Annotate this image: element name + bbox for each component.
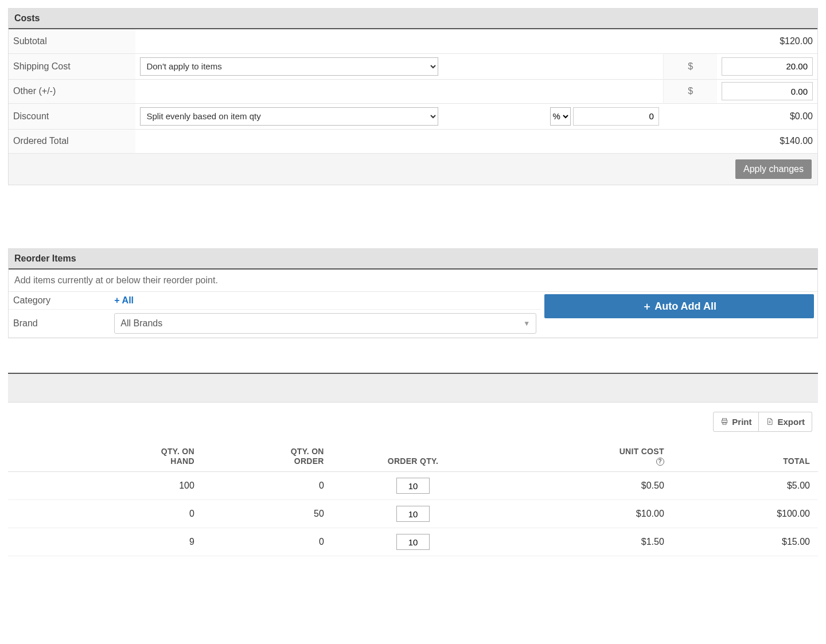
other-label: Other (+/-) — [9, 79, 135, 103]
order-qty-input[interactable] — [396, 534, 430, 550]
reorder-header: Reorder Items — [9, 249, 817, 270]
qty-on-hand: 100 — [8, 472, 202, 500]
other-currency: $ — [664, 79, 717, 103]
shipping-amount-input[interactable] — [722, 57, 813, 76]
discount-value: $0.00 — [664, 103, 817, 129]
export-button[interactable]: Export — [759, 412, 812, 432]
discount-unit-select[interactable]: % — [550, 107, 571, 126]
order-qty-input[interactable] — [396, 478, 430, 494]
items-header-strip — [8, 373, 818, 403]
unit-cost: $0.50 — [494, 472, 672, 500]
unit-cost: $10.00 — [494, 500, 672, 528]
shipping-currency: $ — [664, 53, 717, 79]
ordered-total-label: Ordered Total — [9, 129, 135, 153]
ordered-total-value: $140.00 — [664, 129, 817, 153]
shipping-label: Shipping Cost — [9, 53, 135, 79]
qty-on-order: 0 — [202, 472, 332, 500]
reorder-panel: Reorder Items Add items currently at or … — [8, 248, 818, 338]
items-table: QTY. ONHAND QTY. ONORDER ORDER QTY. UNIT… — [8, 441, 818, 557]
brand-select[interactable]: All Brands ▼ — [114, 313, 536, 334]
row-total: $5.00 — [672, 472, 818, 500]
discount-label: Discount — [9, 103, 135, 129]
discount-row: Discount Split evenly based on item qty … — [9, 103, 817, 129]
print-button[interactable]: Print — [713, 412, 759, 432]
apply-row: Apply changes — [9, 154, 817, 185]
items-area: Print Export QTY. ONHAND QTY. ONORDER OR… — [8, 373, 818, 557]
qty-on-order: 0 — [202, 528, 332, 556]
discount-amount-input[interactable] — [573, 107, 659, 126]
plus-icon: ＋ — [642, 300, 652, 312]
svg-rect-2 — [723, 422, 726, 424]
shipping-mode-select[interactable]: Don't apply to items — [140, 57, 438, 76]
costs-table: Subtotal $120.00 Shipping Cost Don't app… — [9, 29, 817, 154]
print-icon — [720, 417, 728, 426]
discount-mode-select[interactable]: Split evenly based on item qty — [140, 107, 438, 126]
subtotal-value: $120.00 — [664, 29, 817, 53]
row-total: $15.00 — [672, 528, 818, 556]
col-qty-on-hand: QTY. ONHAND — [8, 441, 202, 472]
subtotal-row: Subtotal $120.00 — [9, 29, 817, 53]
chevron-down-icon: ▼ — [523, 319, 530, 327]
costs-header: Costs — [9, 9, 817, 29]
ordered-total-row: Ordered Total $140.00 — [9, 129, 817, 153]
auto-add-all-button[interactable]: ＋Auto Add All — [544, 294, 814, 318]
export-icon — [766, 417, 774, 426]
subtotal-label: Subtotal — [9, 29, 135, 53]
qty-on-hand: 9 — [8, 528, 202, 556]
row-total: $100.00 — [672, 500, 818, 528]
col-order-qty: ORDER QTY. — [332, 441, 494, 472]
item-row: 9 0 $1.50 $15.00 — [8, 528, 818, 556]
item-row: 0 50 $10.00 $100.00 — [8, 500, 818, 528]
shipping-row: Shipping Cost Don't apply to items $ — [9, 53, 817, 79]
order-qty-input[interactable] — [396, 506, 430, 522]
qty-on-order: 50 — [202, 500, 332, 528]
category-all-link[interactable]: +All — [114, 295, 134, 305]
col-qty-on-order: QTY. ONORDER — [202, 441, 332, 472]
brand-select-value: All Brands — [120, 318, 162, 329]
reorder-hint: Add items currently at or below their re… — [9, 270, 817, 292]
item-row: 100 0 $0.50 $5.00 — [8, 472, 818, 500]
col-unit-cost: UNIT COST? — [494, 441, 672, 472]
unit-cost: $1.50 — [494, 528, 672, 556]
other-amount-input[interactable] — [722, 82, 813, 100]
brand-label: Brand — [9, 309, 110, 337]
col-total: TOTAL — [672, 441, 818, 472]
plus-icon: + — [114, 295, 119, 305]
apply-changes-button[interactable]: Apply changes — [735, 159, 812, 179]
qty-on-hand: 0 — [8, 500, 202, 528]
other-row: Other (+/-) $ — [9, 79, 817, 103]
category-label: Category — [9, 292, 110, 310]
items-toolbar: Print Export — [8, 403, 818, 441]
help-icon[interactable]: ? — [656, 458, 664, 466]
costs-panel: Costs Subtotal $120.00 Shipping Cost Don… — [8, 8, 818, 185]
reorder-filters: Category +All ＋Auto Add All Brand All Br… — [9, 292, 817, 338]
